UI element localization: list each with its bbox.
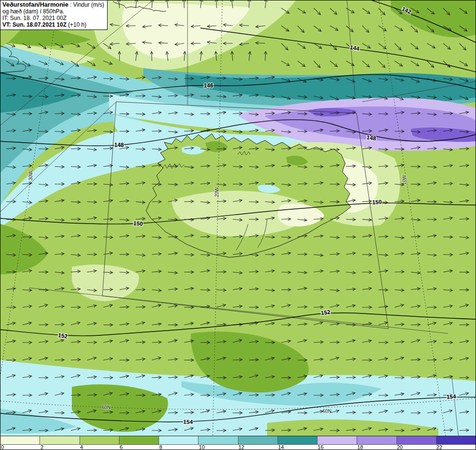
colorbar-tick-labels: 0246810121416182022 — [0, 445, 476, 450]
height-contour-label: 152 — [320, 309, 331, 317]
colorbar-band-18 — [357, 436, 397, 444]
meridian-label: 30W — [28, 170, 33, 180]
wind-speed-colorbar: 0246810121416182022 — [0, 436, 476, 450]
map-canvas: 30W20W10W60N60N1421441461481481501501521… — [0, 0, 476, 436]
colorbar-tick-label: 2 — [40, 444, 43, 450]
colorbar-band-12 — [238, 436, 278, 444]
height-contour-label: 150 — [372, 198, 382, 205]
height-contour-label: 154 — [183, 419, 193, 426]
colorbar-band-8 — [159, 436, 198, 444]
colorbar-tick-label: 6 — [120, 444, 123, 450]
height-contour-label: 146 — [204, 82, 213, 89]
colorbar-tick-label: 4 — [80, 444, 83, 450]
height-contour-label: 154 — [446, 393, 456, 400]
parallel-label: 60N — [102, 405, 110, 410]
model-name: Veðurstofan/Harmonie — [2, 1, 69, 8]
colorbar-band-20 — [397, 436, 436, 444]
colorbar-band-4 — [80, 436, 119, 444]
colorbar-tick-label: 18 — [357, 444, 363, 450]
init-time: IT: Sun. 18. 07. 2021 00Z — [2, 15, 104, 21]
colorbar-cells — [0, 436, 476, 445]
height-contour-label: 148 — [366, 134, 377, 142]
colorbar-tick-label: 10 — [199, 444, 205, 450]
title-line-1: Veðurstofan/Harmonie : Vindur (m/s) — [2, 1, 104, 8]
colorbar-band-14 — [278, 436, 317, 444]
colorbar-tick-label: 16 — [317, 444, 323, 450]
colorbar-band-10 — [198, 436, 238, 444]
meridian-label: 10W — [402, 175, 407, 185]
height-contour-label: 152 — [58, 332, 68, 340]
meridian-label: 20W — [214, 187, 219, 197]
colorbar-band-6 — [119, 436, 159, 444]
colorbar-tick-label: 8 — [159, 444, 162, 450]
height-contour-label: 150 — [133, 220, 143, 227]
colorbar-band-16 — [317, 436, 357, 444]
colorbar-band-2 — [40, 436, 79, 444]
height-contour-label: 148 — [114, 142, 124, 148]
colorbar-tick-label: 12 — [238, 444, 244, 450]
colorbar-tick-label: 14 — [278, 444, 284, 450]
colorbar-tick-label: 0 — [1, 444, 4, 450]
colorbar-band-22 — [436, 436, 476, 444]
colorbar-tick-label: 22 — [436, 444, 442, 450]
colorbar-band-0 — [0, 436, 40, 444]
chart-title-box: Veðurstofan/Harmonie : Vindur (m/s) og h… — [0, 0, 108, 30]
valid-time: VT: Sun. 18.07.2021 10Z (+10 h) — [2, 21, 104, 28]
title-line-2: og hæð (dam) í 850hPa. — [2, 8, 104, 15]
weather-chart-frame: 30W20W10W60N60N1421441461481481501501521… — [0, 0, 476, 450]
colorbar-tick-label: 20 — [397, 444, 403, 450]
wind-height-map: 30W20W10W60N60N1421441461481481501501521… — [0, 0, 476, 436]
